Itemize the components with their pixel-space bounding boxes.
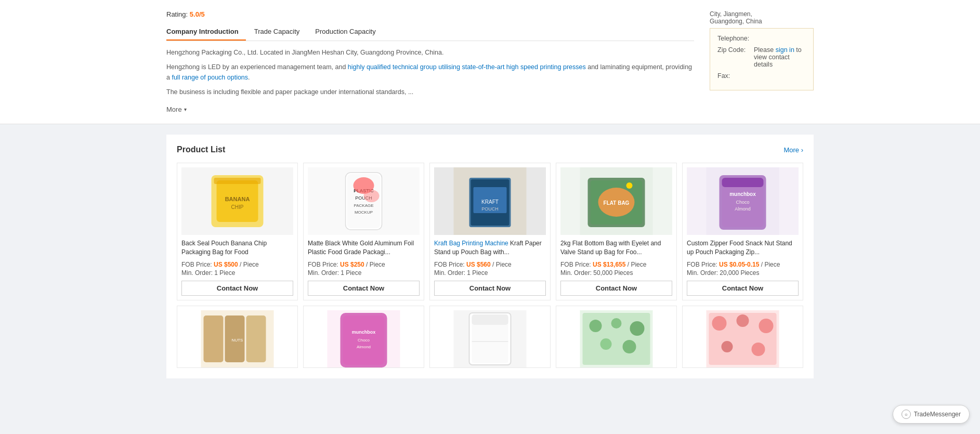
svg-text:munchbox: munchbox [352, 330, 376, 335]
svg-text:Almond: Almond [357, 345, 371, 349]
contact-box: Telephone: Zip Code: Please sign in to v… [710, 28, 814, 90]
price-value-3: US $560 [466, 261, 491, 268]
tab-company-introduction[interactable]: Company Introduction [166, 24, 246, 41]
zip-row: Zip Code: Please sign in to view contact… [717, 46, 806, 68]
svg-text:Choco: Choco [358, 338, 370, 343]
telephone-row: Telephone: [717, 35, 806, 42]
min-order-3: Min. Order: 1 Piece [434, 269, 546, 277]
svg-rect-35 [204, 315, 224, 362]
contact-btn-2[interactable]: Contact Now [308, 281, 420, 296]
city-text: City, Jiangmen,Guangdong, China [710, 10, 814, 25]
products-grid-row2: NUTS munchbox Choco Almond [177, 306, 803, 368]
product-card-6: NUTS [177, 306, 298, 368]
company-tabs: Company Introduction Trade Capacity Prod… [166, 24, 694, 41]
page-wrapper: Rating: 5.0/5 Company Introduction Trade… [0, 0, 980, 434]
product-card-1: BANANA CHIP Back Seal Pouch Banana Chip … [177, 163, 298, 300]
product-section-inner: Product List More › BANANA CHIP [166, 135, 814, 378]
contact-btn-5[interactable]: Contact Now [687, 281, 799, 296]
company-desc-1: Hengzhong Packaging Co., Ltd. Located in… [166, 47, 694, 58]
product-list-header: Product List More › [177, 145, 803, 154]
svg-text:PACKAGE: PACKAGE [354, 203, 373, 208]
more-products-link[interactable]: More › [783, 146, 803, 154]
sign-in-text: Please sign in to view contact details [754, 46, 806, 68]
svg-rect-30 [722, 178, 764, 187]
tab-production-capacity[interactable]: Production Capacity [315, 24, 383, 41]
svg-text:CHIP: CHIP [231, 204, 244, 210]
rating-value: 5.0/5 [190, 10, 205, 18]
svg-text:KRAFT: KRAFT [481, 199, 499, 205]
fax-row: Fax: [717, 72, 806, 80]
contact-btn-3[interactable]: Contact Now [434, 281, 546, 296]
trade-messenger-icon: ○ [901, 410, 911, 419]
highlight-text-1: highly qualified technical group utilisi… [348, 63, 586, 71]
product-list-title: Product List [177, 145, 225, 154]
product-image-2: PLASTIC POUCH PACKAGE MOCKUP [308, 167, 420, 235]
product-image-3: KRAFT POUCH [434, 167, 546, 235]
tab-trade-capacity[interactable]: Trade Capacity [254, 24, 307, 41]
svg-rect-5 [214, 178, 261, 184]
svg-point-55 [600, 338, 612, 350]
product-image-1: BANANA CHIP [181, 167, 293, 235]
fob-price-3: FOB Price: US $560 / Piece [434, 261, 546, 268]
svg-text:Choco: Choco [736, 200, 749, 205]
product-card-7: munchbox Choco Almond [303, 306, 424, 368]
product-title-4: 2kg Flat Bottom Bag with Eyelet and Valv… [560, 239, 672, 258]
product-card-9 [556, 306, 677, 368]
product-image-9 [560, 310, 672, 367]
company-section: Rating: 5.0/5 Company Introduction Trade… [0, 0, 980, 124]
svg-text:POUCH: POUCH [481, 206, 499, 212]
company-main: Rating: 5.0/5 Company Introduction Trade… [166, 10, 694, 113]
product-title-3: Kraft Bag Printing Machine Kraft Paper S… [434, 239, 546, 258]
product-image-5: munchbox Choco Almond [687, 167, 799, 235]
svg-point-59 [712, 316, 727, 331]
highlight-text-2: full range of pouch options [172, 74, 248, 81]
svg-text:BANANA: BANANA [225, 196, 250, 202]
fob-price-1: FOB Price: US $500 / Piece [181, 261, 293, 268]
svg-point-53 [611, 318, 622, 328]
contact-sidebar: City, Jiangmen,Guangdong, China Telephon… [710, 10, 814, 113]
more-label: More [166, 106, 182, 113]
svg-point-63 [752, 343, 765, 356]
min-order-5: Min. Order: 20,000 Pieces [687, 269, 799, 277]
product-title-2: Matte Black White Gold Aluminum Foil Pla… [308, 239, 420, 258]
min-order-2: Min. Order: 1 Piece [308, 269, 420, 277]
rating-label: Rating: [166, 10, 188, 18]
min-order-4: Min. Order: 50,000 Pieces [560, 269, 672, 277]
trade-messenger-label: TradeMessenger [914, 411, 961, 418]
svg-point-26 [626, 182, 633, 189]
svg-point-52 [590, 320, 602, 332]
product-image-6: NUTS [181, 310, 293, 367]
chevron-down-icon: ▾ [184, 107, 187, 112]
telephone-label: Telephone: [717, 35, 754, 42]
svg-point-61 [759, 319, 774, 333]
product-image-8 [434, 310, 546, 367]
svg-text:FLAT BAG: FLAT BAG [604, 200, 630, 206]
svg-text:Almond: Almond [735, 206, 751, 212]
svg-text:MOCKUP: MOCKUP [355, 210, 373, 215]
product-card-2: PLASTIC POUCH PACKAGE MOCKUP Matte Black… [303, 163, 424, 300]
svg-point-60 [737, 314, 749, 327]
svg-rect-48 [472, 314, 508, 325]
products-grid-row1: BANANA CHIP Back Seal Pouch Banana Chip … [177, 163, 803, 300]
more-link[interactable]: More ▾ [166, 106, 187, 113]
product-card-10 [682, 306, 803, 368]
product-title-5: Custom Zipper Food Snack Nut Stand up Po… [687, 239, 799, 258]
product-image-7: munchbox Choco Almond [308, 310, 420, 367]
trade-messenger-button[interactable]: ○ TradeMessenger [893, 405, 970, 424]
contact-btn-4[interactable]: Contact Now [560, 281, 672, 296]
company-desc-2: Hengzhong is LED by an experienced manag… [166, 62, 694, 83]
contact-btn-1[interactable]: Contact Now [181, 281, 293, 296]
price-value-2: US $250 [340, 261, 364, 268]
svg-point-14 [364, 190, 380, 202]
product-card-3: KRAFT POUCH Kraft Bag Printing Machine K… [429, 163, 551, 300]
zip-label: Zip Code: [717, 46, 754, 54]
price-value-5: US $0.05-0.15 [719, 261, 759, 268]
company-desc-3: The business is including flexible and p… [166, 87, 694, 97]
fob-price-5: FOB Price: US $0.05-0.15 / Piece [687, 261, 799, 268]
svg-point-56 [623, 340, 636, 353]
price-value-4: US $13,655 [593, 261, 625, 268]
sign-in-link[interactable]: sign in [776, 46, 794, 54]
fob-price-4: FOB Price: US $13,655 / Piece [560, 261, 672, 268]
product-card-4: FLAT BAG 2kg Flat Bottom Bag with Eyelet… [556, 163, 677, 300]
product-image-4: FLAT BAG [560, 167, 672, 235]
